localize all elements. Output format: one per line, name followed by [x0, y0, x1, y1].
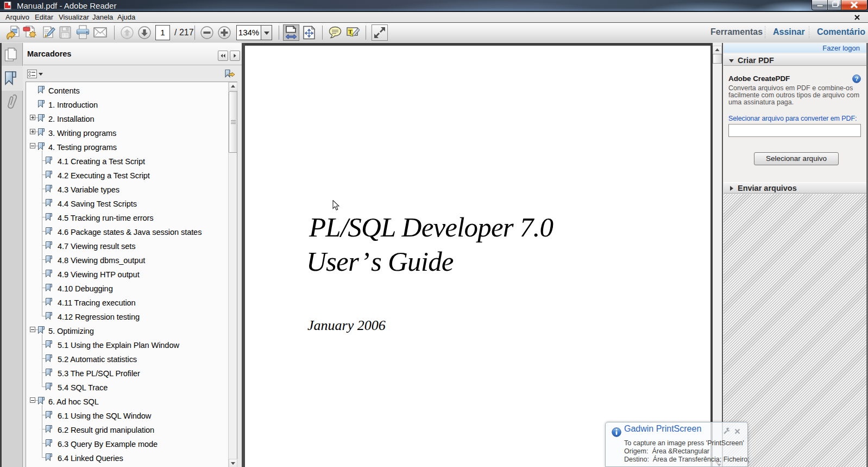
- svg-text:?: ?: [855, 76, 859, 82]
